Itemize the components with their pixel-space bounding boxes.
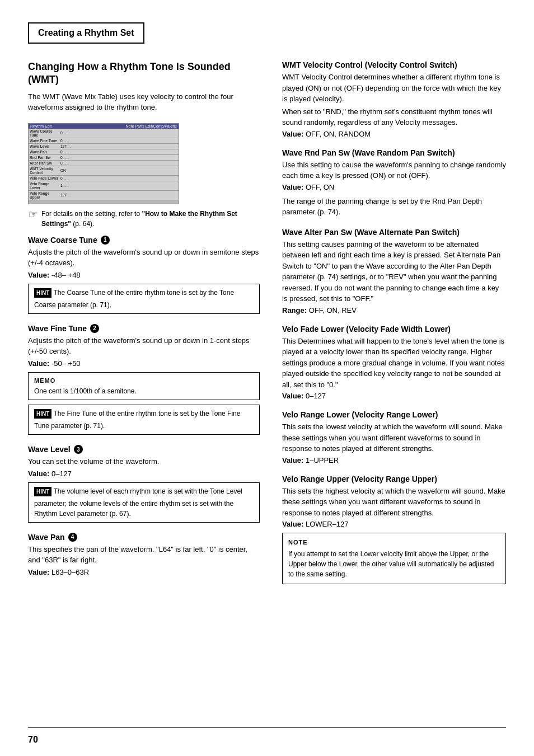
wave-pan-title: Wave Pan 4: [28, 533, 260, 542]
note-box: NOTE If you attempt to set the Lower vel…: [282, 533, 506, 584]
rhythm-panel: Rhythm Edit Note Parts Edit/Comp/Palette…: [29, 124, 179, 204]
panel-header: Rhythm Edit Note Parts Edit/Comp/Palette: [29, 124, 179, 129]
wave-level-title: Wave Level 3: [28, 445, 260, 454]
wave-coarse-tune-section: Wave Coarse Tune 1 Adjusts the pitch of …: [28, 236, 260, 314]
left-main-section: Changing How a Rhythm Tone Is Sounded (W…: [28, 60, 260, 113]
left-section-title: Changing How a Rhythm Tone Is Sounded (W…: [28, 60, 260, 87]
left-section-intro: The WMT (Wave Mix Table) uses key veloci…: [28, 91, 260, 113]
wave-coarse-tune-hint: HINT The Coarse Tune of the entire rhyth…: [28, 284, 260, 314]
velo-range-lower-value: Value: 1–UPPER: [282, 456, 506, 464]
wave-fine-tune-value: Value: -50– +50: [28, 359, 260, 368]
velo-range-upper-body1: This sets the highest velocity at which …: [282, 486, 506, 519]
circle-num-2: 2: [90, 324, 99, 333]
wave-level-hint: HINT The volume level of each rhythm ton…: [28, 482, 260, 523]
velo-fade-lower-section: Velo Fade Lower (Velocity Fade Width Low…: [282, 325, 506, 401]
wave-coarse-tune-title: Wave Coarse Tune 1: [28, 236, 260, 245]
wave-alter-pan-body1: This setting causes panning of the wavef…: [282, 239, 506, 304]
ref-text: For details on the setting, refer to "Ho…: [41, 209, 260, 229]
wave-level-value: Value: 0–127: [28, 469, 260, 478]
velo-range-lower-title: Velo Range Lower (Velocity Range Lower): [282, 410, 506, 419]
panel-row: Alter Pan Sw 0 . . .: [29, 161, 179, 166]
footer-line: [28, 727, 506, 728]
panel-row: Velo Range Upper 127 . .: [29, 191, 179, 200]
wmt-velocity-section: WMT Velocity Control (Velocity Control S…: [282, 60, 506, 138]
wave-coarse-tune-value: Value: -48– +48: [28, 271, 260, 279]
wave-fine-tune-section: Wave Fine Tune 2 Adjusts the pitch of th…: [28, 324, 260, 435]
wave-rnd-pan-body1: Use this setting to cause the waveform's…: [282, 159, 506, 181]
velo-fade-lower-title: Velo Fade Lower (Velocity Fade Width Low…: [282, 325, 506, 334]
panel-row: Velo Range Lower 1 . . .: [29, 181, 179, 191]
circle-num-3: 3: [74, 445, 83, 454]
wave-coarse-tune-body: Adjusts the pitch of the waveform's soun…: [28, 247, 260, 269]
wave-level-body: You can set the volume of the waveform.: [28, 456, 260, 467]
panel-row: Wave Pan 0 . . .: [29, 149, 179, 155]
ref-icon-symbol: ☞: [28, 209, 38, 220]
hint-label-3: HINT: [34, 487, 51, 496]
memo-label: MEMO: [34, 376, 254, 386]
wave-rnd-pan-body2: The range of the panning change is set b…: [282, 196, 506, 218]
wave-rnd-pan-section: Wave Rnd Pan Sw (Wave Random Pan Switch)…: [282, 148, 506, 218]
velo-range-upper-value: Value: LOWER–127: [282, 520, 506, 528]
left-column: Changing How a Rhythm Tone Is Sounded (W…: [28, 60, 260, 594]
wmt-velocity-body2: When set to "RND," the rhythm set's cons…: [282, 106, 506, 128]
circle-num-4: 4: [68, 533, 77, 542]
wmt-velocity-value: Value: OFF, ON, RANDOM: [282, 130, 506, 138]
panel-row: Velo Fade Lower 0 . . .: [29, 176, 179, 181]
hint-label-2: HINT: [34, 409, 51, 419]
velo-range-upper-section: Velo Range Upper (Velocity Range Upper) …: [282, 475, 506, 584]
velo-range-upper-title: Velo Range Upper (Velocity Range Upper): [282, 475, 506, 483]
velo-fade-lower-value: Value: 0–127: [282, 392, 506, 400]
header-box: Creating a Rhythm Set: [28, 22, 144, 44]
wave-fine-tune-hint: HINT The Fine Tune of the entire rhythm …: [28, 405, 260, 435]
wave-pan-body: This specifies the pan of the waveform. …: [28, 544, 260, 566]
velo-range-lower-body1: This sets the lowest velocity at which t…: [282, 421, 506, 454]
wave-fine-tune-title: Wave Fine Tune 2: [28, 324, 260, 333]
wave-alter-pan-section: Wave Alter Pan Sw (Wave Alternate Pan Sw…: [282, 228, 506, 314]
wave-pan-value: Value: L63–0–63R: [28, 568, 260, 576]
wave-pan-section: Wave Pan 4 This specifies the pan of the…: [28, 533, 260, 576]
page-title: Creating a Rhythm Set: [38, 28, 134, 37]
two-col-layout: Changing How a Rhythm Tone Is Sounded (W…: [28, 60, 506, 594]
screenshot-box: Rhythm Edit Note Parts Edit/Comp/Palette…: [28, 123, 179, 204]
note-label: NOTE: [288, 538, 500, 547]
wave-rnd-pan-title: Wave Rnd Pan Sw (Wave Random Pan Switch): [282, 148, 506, 157]
hint-label: HINT: [34, 288, 51, 298]
wave-alter-pan-range: Range: OFF, ON, REV: [282, 306, 506, 314]
wave-fine-tune-memo: MEMO One cent is 1/100th of a semitone.: [28, 372, 260, 401]
wave-alter-pan-title: Wave Alter Pan Sw (Wave Alternate Pan Sw…: [282, 228, 506, 237]
right-column: WMT Velocity Control (Velocity Control S…: [282, 60, 506, 594]
wmt-velocity-title: WMT Velocity Control (Velocity Control S…: [282, 60, 506, 69]
panel-row: Wave Level 127 . .: [29, 144, 179, 149]
panel-row: WMT Velocity Control ON: [29, 166, 179, 176]
circle-num-1: 1: [101, 236, 110, 245]
page-number: 70: [28, 735, 38, 745]
velo-range-lower-section: Velo Range Lower (Velocity Range Lower) …: [282, 410, 506, 464]
wave-level-section: Wave Level 3 You can set the volume of t…: [28, 445, 260, 523]
wave-rnd-pan-value: Value: OFF, ON: [282, 183, 506, 191]
page-container: Creating a Rhythm Set Changing How a Rhy…: [0, 0, 534, 756]
velo-fade-lower-body1: This Determines what will happen to the …: [282, 336, 506, 391]
panel-row: Wave Fine Tune 0 . . .: [29, 138, 179, 144]
panel-row: Rnd Pan Sw 0 . . .: [29, 155, 179, 161]
wave-fine-tune-body: Adjusts the pitch of the waveform's soun…: [28, 335, 260, 357]
panel-row: Wave Coarse Tune 0 . . .: [29, 129, 179, 138]
reference-note: ☞ For details on the setting, refer to "…: [28, 209, 260, 229]
wmt-velocity-body1: WMT Velocity Control determines whether …: [282, 72, 506, 105]
